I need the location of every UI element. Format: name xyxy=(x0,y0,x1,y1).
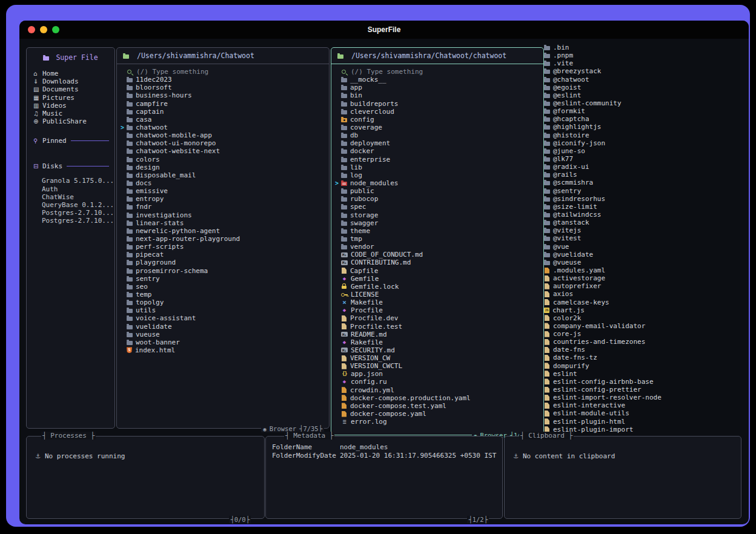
file-row[interactable]: @formkit xyxy=(544,107,748,115)
file-row[interactable]: deployment xyxy=(335,139,540,147)
file-row[interactable]: chatwoot-mobile-app xyxy=(121,131,325,139)
file-row[interactable]: .bin xyxy=(544,44,748,51)
file-row[interactable]: sentry xyxy=(121,275,325,283)
file-row[interactable]: business-hours xyxy=(121,91,325,99)
file-row[interactable]: @iconify-json xyxy=(544,139,748,147)
file-row[interactable]: crowdin.yml xyxy=(335,386,540,394)
file-row[interactable]: newrelic-python-agent xyxy=(121,227,325,235)
file-row[interactable]: JSchart.js xyxy=(544,306,748,314)
file-row[interactable]: chatwoot-ui-monorepo xyxy=(121,139,325,147)
panel2-search-input[interactable]: (/) Type something xyxy=(335,68,540,76)
disk-item[interactable]: Postgres-2.7.10... xyxy=(27,217,114,225)
file-row[interactable]: LICENSE xyxy=(335,291,540,298)
file-row[interactable]: @radix-ui xyxy=(544,163,748,171)
file-row[interactable]: eslint-plugin-import xyxy=(544,426,748,433)
file-row[interactable]: @sentry xyxy=(544,187,748,195)
file-row[interactable]: voice-assistant xyxy=(121,314,325,322)
file-row[interactable]: log xyxy=(335,171,540,179)
file-row[interactable]: chatwoot-website-next xyxy=(121,147,325,155)
file-row[interactable]: VERSION_CW xyxy=(335,354,540,362)
file-row[interactable]: storage xyxy=(335,211,540,219)
sidebar-item-home[interactable]: ⌂Home xyxy=(27,70,114,77)
file-row[interactable]: linear-stats xyxy=(121,219,325,227)
file-row[interactable]: ◆Rakefile xyxy=(335,338,540,346)
file-row[interactable]: enterprise xyxy=(335,156,540,163)
file-row[interactable]: Procfile.dev xyxy=(335,314,540,322)
file-row[interactable]: rubocop xyxy=(335,195,540,203)
file-row[interactable]: design xyxy=(121,163,325,171)
file-row[interactable]: @egoist xyxy=(544,84,748,91)
file-row[interactable]: @eslint xyxy=(544,91,748,99)
file-row[interactable]: eslint-plugin-html xyxy=(544,418,748,426)
file-row[interactable]: M↓CODE_OF_CONDUCT.md xyxy=(335,251,540,259)
file-row[interactable]: @tanstack xyxy=(544,219,748,226)
file-row[interactable]: eslint-config-airbnb-base xyxy=(544,378,748,386)
file-row[interactable]: docker-compose.production.yaml xyxy=(335,394,540,402)
file-row[interactable]: bloorsoft xyxy=(121,84,325,91)
file-row[interactable]: buildreports xyxy=(335,100,540,108)
file-row[interactable]: docker xyxy=(335,147,540,155)
file-row[interactable]: @hcaptcha xyxy=(544,115,748,123)
close-button[interactable] xyxy=(28,26,35,33)
file-row[interactable]: vuelidate xyxy=(121,323,325,331)
file-row[interactable]: utils xyxy=(121,306,325,314)
file-row[interactable]: swagger xyxy=(335,219,540,227)
sidebar-item-downloads[interactable]: ⇓Downloads xyxy=(27,77,114,85)
fullscreen-button[interactable] xyxy=(52,26,59,33)
file-row[interactable]: ×Makefile xyxy=(335,298,540,306)
file-row[interactable]: eslint-import-resolver-node xyxy=(544,394,748,401)
panel1-search-input[interactable]: (/) Type something xyxy=(121,68,325,76)
file-row[interactable]: ◆Gemfile xyxy=(335,275,540,283)
file-row[interactable]: company-email-validator xyxy=(544,322,748,330)
file-row[interactable]: @scmmishra xyxy=(544,179,748,186)
file-row[interactable]: docker-compose.test.yaml xyxy=(335,402,540,410)
file-row[interactable]: colors xyxy=(121,156,325,163)
file-row[interactable]: clevercloud xyxy=(335,108,540,116)
file-row[interactable]: @vitest xyxy=(544,234,748,242)
file-row[interactable]: @lk77 xyxy=(544,155,748,163)
file-row[interactable]: Capfile xyxy=(335,267,540,275)
sidebar-item-documents[interactable]: ▤Documents xyxy=(27,85,114,93)
file-row[interactable]: @vue xyxy=(544,243,748,251)
disk-item[interactable]: QueryBase 0.1.2... xyxy=(27,201,114,209)
file-row[interactable]: app xyxy=(335,84,540,91)
file-row[interactable]: {}app.json xyxy=(335,370,540,378)
disk-item[interactable]: Auth xyxy=(27,185,114,193)
file-row[interactable]: config xyxy=(335,116,540,124)
file-row[interactable]: >chatwoot xyxy=(121,124,325,131)
file-row[interactable]: 11dec2023 xyxy=(121,76,325,84)
file-row[interactable]: @highlightjs xyxy=(544,123,748,131)
file-row[interactable]: __mocks__ xyxy=(335,76,540,84)
file-row[interactable]: entropy xyxy=(121,195,325,203)
file-row[interactable]: @vitejs xyxy=(544,226,748,234)
titlebar[interactable]: SuperFile xyxy=(19,21,749,39)
file-row[interactable]: eslint-interactive xyxy=(544,401,748,409)
file-row[interactable]: ◆config.ru xyxy=(335,378,540,386)
file-row[interactable]: seo xyxy=(121,283,325,291)
file-row[interactable]: .vite xyxy=(544,59,748,67)
file-row[interactable]: vendor xyxy=(335,243,540,251)
file-row[interactable]: bin xyxy=(335,91,540,99)
disk-item[interactable]: Granola 5.175.0... xyxy=(27,177,114,185)
file-row[interactable]: ◆Procfile xyxy=(335,306,540,314)
file-row[interactable]: disposable_mail xyxy=(121,171,325,179)
sidebar-item-publicshare[interactable]: ⊕PublicShare xyxy=(27,117,114,125)
file-row[interactable]: docker-compose.yaml xyxy=(335,410,540,418)
file-row[interactable]: @breezystack xyxy=(544,67,748,75)
file-row[interactable]: topolgy xyxy=(121,298,325,306)
sidebar-item-videos[interactable]: ▥Videos xyxy=(27,102,114,110)
file-row[interactable]: @histoire xyxy=(544,131,748,139)
file-row[interactable]: Gemfile.lock xyxy=(335,283,540,291)
file-row[interactable]: VERSION_CWCTL xyxy=(335,362,540,370)
file-row[interactable]: vueuse xyxy=(121,331,325,338)
file-row[interactable]: theme xyxy=(335,227,540,235)
file-row[interactable]: 5index.html xyxy=(121,346,325,354)
file-row[interactable]: camelcase-keys xyxy=(544,298,748,306)
file-row[interactable]: M↓CONTRIBUTING.md xyxy=(335,259,540,266)
file-row[interactable]: @tailwindcss xyxy=(544,211,748,219)
disk-item[interactable]: ChatWise xyxy=(27,193,114,201)
file-row[interactable]: @eslint-community xyxy=(544,99,748,107)
file-row[interactable]: woot-banner xyxy=(121,338,325,346)
file-row[interactable]: @rails xyxy=(544,171,748,179)
file-row[interactable]: pipecat xyxy=(121,251,325,259)
